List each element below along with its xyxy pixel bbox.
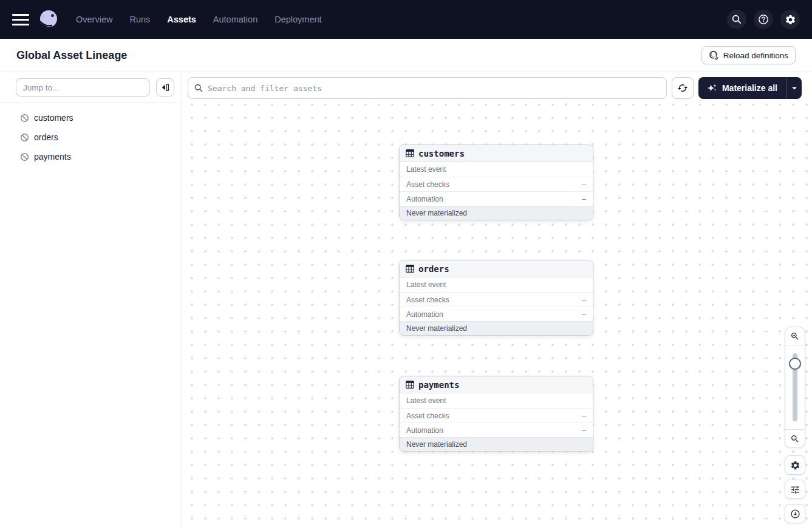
page-title: Global Asset Lineage	[16, 49, 127, 62]
asset-node-orders[interactable]: orders Latest event Asset checks – Autom…	[399, 260, 593, 336]
asset-list: customers orders payments	[0, 103, 182, 166]
nav-item-assets[interactable]: Assets	[167, 15, 196, 24]
gear-icon	[790, 460, 800, 471]
materialize-all-label: Materialize all	[722, 83, 777, 93]
row-label: Latest event	[406, 280, 446, 289]
table-icon	[406, 265, 414, 273]
gear-icon	[785, 14, 796, 25]
materialize-all-button[interactable]: Materialize all	[698, 77, 786, 99]
zoom-out-icon	[790, 434, 800, 444]
asset-node-header: orders	[400, 260, 593, 277]
top-nav: Overview Runs Assets Automation Deployme…	[0, 0, 812, 39]
nav-right-actions	[727, 10, 800, 29]
zoom-slider	[785, 345, 805, 429]
refresh-graph-button[interactable]	[672, 77, 694, 99]
nav-item-deployment[interactable]: Deployment	[275, 15, 321, 24]
table-icon	[406, 381, 414, 389]
jump-to-input[interactable]	[16, 78, 150, 97]
help-icon	[758, 14, 769, 25]
zoom-controls	[785, 327, 805, 448]
sidebar-item-payments[interactable]: payments	[0, 147, 182, 166]
collapse-panel-button[interactable]	[156, 78, 174, 97]
row-label: Asset checks	[406, 180, 449, 189]
reload-definitions-button[interactable]: Reload definitions	[701, 46, 796, 64]
row-label: Automation	[406, 195, 443, 203]
sidebar-item-label: customers	[34, 113, 73, 123]
menu-icon[interactable]	[12, 11, 29, 28]
graph-filters-button[interactable]	[785, 480, 805, 499]
graph-settings-button[interactable]	[785, 455, 805, 475]
materialization-status: Never materialized	[400, 321, 593, 335]
content-area: customers orders payments	[0, 72, 812, 530]
zoom-in-button[interactable]	[785, 327, 805, 345]
sidebar-item-customers[interactable]: customers	[0, 108, 182, 127]
materialize-all-group: Materialize all	[698, 77, 802, 99]
dagster-logo-image	[38, 8, 60, 30]
refresh-icon	[677, 83, 688, 93]
row-value: –	[582, 310, 586, 319]
help-button[interactable]	[754, 10, 773, 29]
materialize-options-button[interactable]	[786, 77, 802, 99]
sidebar-toolbar	[0, 72, 182, 103]
slash-circle-icon	[20, 114, 29, 123]
primary-nav: Overview Runs Assets Automation Deployme…	[76, 15, 322, 24]
asset-node-title: customers	[418, 149, 465, 158]
recenter-view-button[interactable]	[785, 504, 805, 523]
asset-node-title: payments	[418, 380, 459, 390]
asset-search-input[interactable]	[188, 77, 667, 99]
asset-checks-row: Asset checks –	[400, 408, 593, 423]
latest-event-row: Latest event	[400, 162, 593, 177]
zoom-out-button[interactable]	[785, 429, 805, 447]
chevron-down-icon	[791, 86, 797, 90]
graph-toolbar: Materialize all	[188, 77, 802, 99]
row-label: Asset checks	[406, 296, 449, 304]
tune-sliders-icon	[790, 484, 800, 495]
nav-item-automation[interactable]: Automation	[213, 15, 258, 24]
table-icon	[406, 149, 414, 157]
asset-checks-row: Asset checks –	[400, 177, 593, 191]
asset-checks-row: Asset checks –	[400, 292, 593, 307]
sidebar-item-orders[interactable]: orders	[0, 127, 182, 147]
row-value: –	[582, 195, 586, 203]
nav-item-overview[interactable]: Overview	[76, 15, 112, 24]
asset-node-title: orders	[418, 264, 449, 274]
row-value: –	[582, 296, 586, 304]
settings-button[interactable]	[780, 10, 800, 29]
reload-definitions-label: Reload definitions	[723, 51, 788, 60]
asset-sidebar: customers orders payments	[0, 72, 182, 530]
search-button[interactable]	[727, 10, 746, 29]
materialization-status: Never materialized	[400, 437, 593, 451]
search-icon	[194, 83, 203, 93]
slash-circle-icon	[20, 152, 29, 161]
collapse-panel-icon	[160, 83, 170, 92]
automation-row: Automation –	[400, 307, 593, 321]
automation-row: Automation –	[400, 423, 593, 437]
asset-search	[188, 77, 667, 99]
row-label: Latest event	[406, 165, 446, 174]
asset-node-customers[interactable]: customers Latest event Asset checks – Au…	[399, 144, 593, 220]
sidebar-item-label: orders	[34, 132, 58, 142]
arrow-down-circle-icon	[790, 509, 800, 519]
row-value: –	[582, 412, 586, 420]
materialization-status: Never materialized	[400, 206, 593, 220]
lineage-graph-pane[interactable]: Materialize all customers	[182, 72, 812, 530]
latest-event-row: Latest event	[400, 393, 593, 408]
slash-circle-icon	[20, 133, 29, 142]
sparkle-icon	[707, 83, 717, 93]
page-header: Global Asset Lineage Reload definitions	[0, 39, 812, 72]
row-label: Asset checks	[406, 412, 449, 420]
zoom-in-icon	[790, 331, 800, 341]
automation-row: Automation –	[400, 191, 593, 206]
asset-node-header: customers	[400, 145, 593, 162]
nav-item-runs[interactable]: Runs	[129, 15, 150, 24]
code-location-reload-icon	[709, 50, 719, 61]
latest-event-row: Latest event	[400, 277, 593, 292]
row-label: Automation	[406, 426, 443, 435]
row-label: Latest event	[406, 396, 446, 405]
dagster-logo[interactable]	[36, 7, 61, 32]
zoom-slider-thumb[interactable]	[789, 358, 801, 370]
sidebar-item-label: payments	[34, 152, 71, 161]
row-label: Automation	[406, 310, 443, 319]
asset-node-payments[interactable]: payments Latest event Asset checks – Aut…	[399, 376, 593, 452]
asset-node-header: payments	[400, 376, 593, 393]
